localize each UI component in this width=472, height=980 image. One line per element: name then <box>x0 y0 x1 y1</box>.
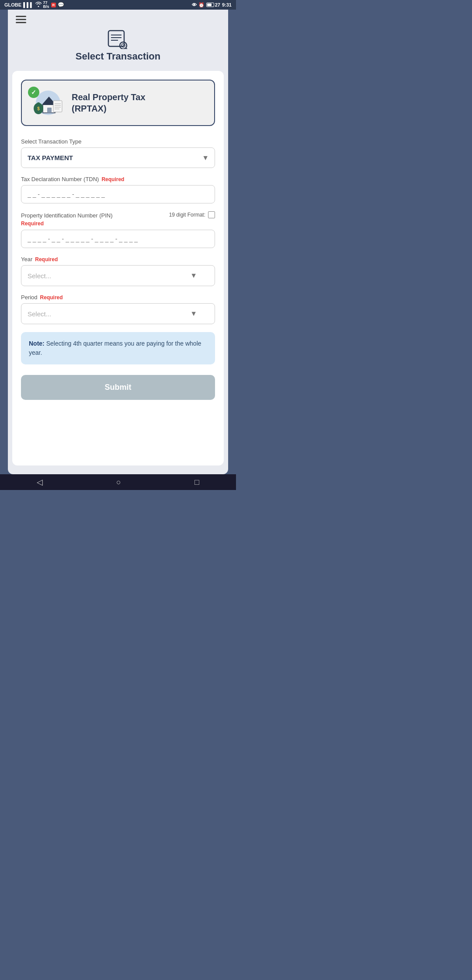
year-required: Required <box>35 256 58 262</box>
signal-icon: ▌▌▌ <box>23 2 33 7</box>
messenger-icon: 💬 <box>58 2 64 8</box>
tdn-group: Tax Declaration Number (TDN) Required <box>21 176 215 203</box>
transaction-type-select-wrap[interactable]: TAX PAYMENT OTHER ▼ <box>21 147 215 168</box>
page-header: Select Transaction <box>8 25 228 71</box>
transaction-name: Real Property Tax(RPTAX) <box>72 91 146 114</box>
bottom-nav: ◁ ○ □ <box>0 474 236 490</box>
modal-wrapper: Select Transaction ✓ $ <box>8 10 228 474</box>
carrier-label: GLOBE <box>4 2 21 7</box>
period-select-wrap[interactable]: Select... ▼ <box>21 303 215 324</box>
time-display: 9:31 <box>222 2 232 7</box>
content-area: ✓ $ <box>12 71 224 466</box>
wifi-icon <box>35 2 42 8</box>
year-select-wrap[interactable]: Select... ▼ <box>21 265 215 286</box>
period-label: Period Required <box>21 294 215 301</box>
r-bank-badge: R <box>51 3 56 7</box>
note-bold: Note: <box>29 340 45 347</box>
pin-format-label-wrap: 19 digit Format: <box>169 211 215 218</box>
period-select[interactable]: Select... ▼ <box>21 303 215 324</box>
transaction-card[interactable]: ✓ $ <box>21 80 215 126</box>
svg-line-8 <box>126 48 128 49</box>
hamburger-icon[interactable] <box>16 16 26 24</box>
period-group: Period Required Select... ▼ <box>21 294 215 324</box>
pin-required: Required <box>21 220 44 227</box>
note-body: Selecting 4th quarter means you are payi… <box>29 340 201 356</box>
svg-rect-13 <box>47 108 52 113</box>
pin-label-row: Property Identification Number (PIN) Req… <box>21 211 215 227</box>
status-right: 👁 ⏰ 27 9:31 <box>192 2 232 8</box>
recent-button[interactable]: □ <box>194 478 199 487</box>
tdn-label: Tax Declaration Number (TDN) Required <box>21 176 215 182</box>
period-required: Required <box>40 294 63 301</box>
svg-text:$: $ <box>37 106 40 111</box>
year-group: Year Required Select... ▼ <box>21 256 215 286</box>
svg-rect-3 <box>108 31 124 46</box>
alarm-icon: ⏰ <box>198 2 205 8</box>
data-speed: 77B/s <box>43 1 49 9</box>
submit-button[interactable]: Submit <box>21 375 215 400</box>
year-select[interactable]: Select... ▼ <box>21 265 215 286</box>
status-bar: GLOBE ▌▌▌ 77B/s R 💬 👁 ⏰ 27 9:31 <box>0 0 236 10</box>
header-icon-wrap <box>107 30 129 49</box>
home-button[interactable]: ○ <box>116 478 121 487</box>
pin-input[interactable] <box>21 230 215 248</box>
period-chevron-icon: ▼ <box>190 310 197 318</box>
back-button[interactable]: ◁ <box>37 477 43 487</box>
pin-label: Property Identification Number (PIN) <box>21 212 113 219</box>
transaction-type-group: Select Transaction Type TAX PAYMENT OTHE… <box>21 138 215 168</box>
pin-group: Property Identification Number (PIN) Req… <box>21 211 215 248</box>
svg-rect-17 <box>37 102 40 105</box>
year-chevron-icon: ▼ <box>190 272 197 280</box>
transaction-type-label: Select Transaction Type <box>21 138 215 145</box>
note-box: Note: Selecting 4th quarter means you ar… <box>21 332 215 364</box>
tdn-required: Required <box>101 176 124 182</box>
transaction-search-icon <box>107 30 129 49</box>
svg-rect-0 <box>16 16 26 17</box>
svg-rect-1 <box>16 19 26 20</box>
hamburger-row <box>8 10 228 25</box>
svg-rect-2 <box>16 22 26 23</box>
nineteen-digit-checkbox[interactable] <box>208 211 215 218</box>
year-label: Year Required <box>21 256 215 262</box>
check-icon: ✓ <box>28 87 39 98</box>
transaction-type-select[interactable]: TAX PAYMENT OTHER <box>21 147 215 168</box>
tdn-input[interactable] <box>21 185 215 203</box>
eye-icon: 👁 <box>192 2 197 7</box>
page-title: Select Transaction <box>76 51 160 62</box>
status-left: GLOBE ▌▌▌ 77B/s R 💬 <box>4 1 64 9</box>
svg-rect-18 <box>53 101 62 112</box>
battery-indicator: 27 <box>206 2 220 7</box>
